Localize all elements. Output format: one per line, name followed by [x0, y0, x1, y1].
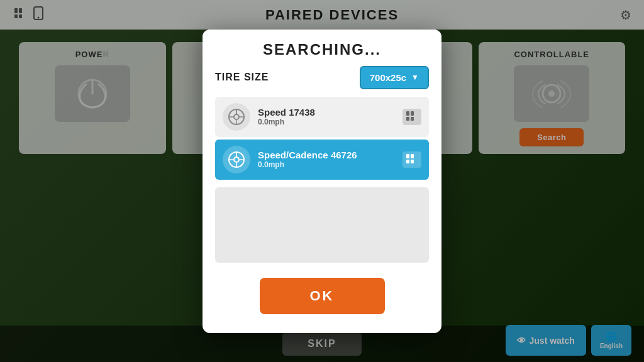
svg-rect-20 [411, 117, 414, 121]
device-item-info-2: Speed/Cadence 46726 0.0mph [258, 150, 395, 169]
device-item-speed-2: 0.0mph [258, 160, 395, 169]
modal-overlay: SEARCHING... TIRE SIZE 700x25c ▼ [0, 0, 644, 362]
device-item-speed-1: 0.0mph [258, 118, 395, 126]
tire-size-label: TIRE SIZE [215, 72, 353, 83]
tire-size-dropdown[interactable]: 700x25c ▼ [360, 66, 429, 89]
speed-icon [226, 107, 247, 127]
search-modal: SEARCHING... TIRE SIZE 700x25c ▼ [203, 30, 441, 333]
chevron-down-icon: ▼ [411, 73, 419, 82]
ant-type-icon-2 [402, 151, 421, 168]
ok-button[interactable]: OK [260, 278, 385, 314]
device-item-speed-cadence-46726[interactable]: Speed/Cadence 46726 0.0mph [215, 140, 429, 180]
device-item-speed-17438[interactable]: Speed 17438 0.0mph [215, 97, 429, 137]
svg-rect-17 [406, 111, 409, 116]
ant-type-icon-1 [402, 109, 421, 125]
svg-point-12 [234, 114, 239, 119]
svg-rect-30 [411, 160, 414, 163]
empty-list-area [215, 187, 429, 263]
tire-size-value: 700x25c [370, 72, 406, 83]
device-item-icon-2 [223, 146, 250, 173]
device-list: Speed 17438 0.0mph [203, 97, 441, 182]
tire-size-row: TIRE SIZE 700x25c ▼ [203, 66, 441, 97]
svg-rect-28 [411, 154, 414, 158]
modal-title: SEARCHING... [215, 41, 429, 58]
svg-rect-18 [411, 111, 414, 116]
svg-rect-19 [406, 117, 409, 121]
device-item-name-2: Speed/Cadence 46726 [258, 150, 395, 160]
svg-rect-27 [406, 154, 409, 158]
device-item-name-1: Speed 17438 [258, 107, 395, 118]
svg-rect-29 [406, 160, 409, 163]
svg-point-22 [234, 157, 239, 162]
device-item-icon-1 [223, 103, 250, 131]
modal-header: SEARCHING... [203, 30, 441, 66]
speed-cadence-icon [226, 150, 247, 170]
device-item-info-1: Speed 17438 0.0mph [258, 107, 395, 126]
